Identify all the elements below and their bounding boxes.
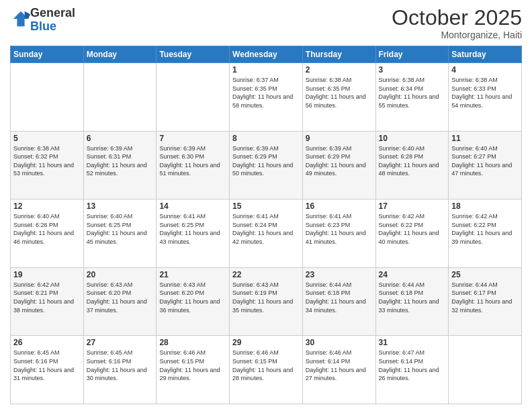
calendar-cell: 4Sunrise: 6:38 AM Sunset: 6:33 PM Daylig… [449, 63, 522, 132]
day-number: 8 [232, 134, 300, 143]
day-info: Sunrise: 6:44 AM Sunset: 6:17 PM Dayligh… [451, 281, 519, 314]
page: General Blue October 2025 Montorganize, … [0, 0, 532, 411]
day-info: Sunrise: 6:42 AM Sunset: 6:22 PM Dayligh… [451, 212, 519, 246]
day-info: Sunrise: 6:40 AM Sunset: 6:25 PM Dayligh… [87, 212, 154, 246]
day-number: 15 [232, 201, 300, 211]
calendar-cell [449, 336, 522, 404]
col-wednesday: Wednesday [230, 46, 303, 63]
day-number: 7 [159, 134, 226, 143]
col-tuesday: Tuesday [157, 46, 230, 63]
day-number: 20 [87, 270, 154, 279]
day-info: Sunrise: 6:42 AM Sunset: 6:21 PM Dayligh… [13, 281, 81, 314]
day-number: 30 [306, 338, 373, 347]
day-info: Sunrise: 6:43 AM Sunset: 6:20 PM Dayligh… [87, 281, 154, 314]
calendar-week-2: 12Sunrise: 6:40 AM Sunset: 6:26 PM Dayli… [11, 199, 522, 268]
day-number: 17 [379, 201, 446, 211]
day-number: 13 [87, 201, 154, 211]
col-thursday: Thursday [302, 46, 375, 63]
day-number: 19 [13, 270, 81, 279]
calendar-week-3: 19Sunrise: 6:42 AM Sunset: 6:21 PM Dayli… [11, 267, 522, 336]
day-number: 21 [159, 270, 226, 279]
day-info: Sunrise: 6:45 AM Sunset: 6:16 PM Dayligh… [87, 349, 154, 382]
day-number: 10 [379, 134, 446, 143]
calendar-week-1: 5Sunrise: 6:38 AM Sunset: 6:32 PM Daylig… [11, 131, 522, 199]
day-info: Sunrise: 6:46 AM Sunset: 6:15 PM Dayligh… [159, 349, 226, 382]
calendar-cell: 31Sunrise: 6:47 AM Sunset: 6:14 PM Dayli… [375, 336, 449, 404]
day-info: Sunrise: 6:39 AM Sunset: 6:30 PM Dayligh… [159, 144, 226, 178]
day-info: Sunrise: 6:38 AM Sunset: 6:35 PM Dayligh… [306, 76, 373, 109]
day-number: 2 [306, 65, 373, 75]
calendar-cell: 17Sunrise: 6:42 AM Sunset: 6:22 PM Dayli… [375, 199, 449, 268]
calendar-cell: 28Sunrise: 6:46 AM Sunset: 6:15 PM Dayli… [157, 336, 230, 404]
calendar-cell: 9Sunrise: 6:39 AM Sunset: 6:29 PM Daylig… [302, 131, 375, 199]
calendar-cell: 11Sunrise: 6:40 AM Sunset: 6:27 PM Dayli… [449, 131, 522, 199]
logo: General Blue [10, 7, 75, 34]
calendar-cell: 26Sunrise: 6:45 AM Sunset: 6:16 PM Dayli… [11, 336, 84, 404]
logo-icon [11, 9, 30, 28]
day-number: 14 [159, 201, 226, 211]
day-number: 29 [232, 338, 300, 347]
calendar-cell: 10Sunrise: 6:40 AM Sunset: 6:28 PM Dayli… [375, 131, 449, 199]
calendar-body: 1Sunrise: 6:37 AM Sunset: 6:35 PM Daylig… [11, 63, 522, 404]
location: Montorganize, Haiti [392, 30, 522, 40]
days-of-week-row: Sunday Monday Tuesday Wednesday Thursday… [11, 46, 522, 63]
calendar-cell: 19Sunrise: 6:42 AM Sunset: 6:21 PM Dayli… [11, 267, 84, 336]
calendar-cell: 3Sunrise: 6:38 AM Sunset: 6:34 PM Daylig… [375, 63, 449, 132]
calendar-cell: 8Sunrise: 6:39 AM Sunset: 6:29 PM Daylig… [230, 131, 303, 199]
day-number: 9 [306, 134, 373, 143]
day-number: 12 [13, 201, 81, 211]
day-number: 1 [232, 65, 300, 75]
col-sunday: Sunday [11, 46, 84, 63]
day-info: Sunrise: 6:38 AM Sunset: 6:34 PM Dayligh… [379, 76, 446, 109]
calendar-week-0: 1Sunrise: 6:37 AM Sunset: 6:35 PM Daylig… [11, 63, 522, 132]
day-number: 5 [13, 134, 81, 143]
day-number: 24 [379, 270, 446, 279]
calendar-cell: 29Sunrise: 6:46 AM Sunset: 6:15 PM Dayli… [230, 336, 303, 404]
day-number: 27 [87, 338, 154, 347]
header: General Blue October 2025 Montorganize, … [10, 7, 522, 40]
day-number: 16 [306, 201, 373, 211]
day-number: 22 [232, 270, 300, 279]
day-info: Sunrise: 6:40 AM Sunset: 6:28 PM Dayligh… [379, 144, 446, 178]
day-info: Sunrise: 6:46 AM Sunset: 6:14 PM Dayligh… [306, 349, 373, 382]
calendar-cell [11, 63, 84, 132]
calendar-cell: 24Sunrise: 6:44 AM Sunset: 6:18 PM Dayli… [375, 267, 449, 336]
col-friday: Friday [375, 46, 449, 63]
day-info: Sunrise: 6:41 AM Sunset: 6:25 PM Dayligh… [159, 212, 226, 246]
day-number: 31 [379, 338, 446, 347]
day-info: Sunrise: 6:45 AM Sunset: 6:16 PM Dayligh… [13, 349, 81, 382]
day-info: Sunrise: 6:44 AM Sunset: 6:18 PM Dayligh… [379, 281, 446, 314]
logo-general: General [30, 7, 75, 20]
day-info: Sunrise: 6:41 AM Sunset: 6:24 PM Dayligh… [232, 212, 300, 246]
col-monday: Monday [83, 46, 157, 63]
day-info: Sunrise: 6:46 AM Sunset: 6:15 PM Dayligh… [232, 349, 300, 382]
calendar-cell: 13Sunrise: 6:40 AM Sunset: 6:25 PM Dayli… [83, 199, 157, 268]
col-saturday: Saturday [449, 46, 522, 63]
day-info: Sunrise: 6:47 AM Sunset: 6:14 PM Dayligh… [379, 349, 446, 382]
calendar-cell: 1Sunrise: 6:37 AM Sunset: 6:35 PM Daylig… [230, 63, 303, 132]
logo-blue: Blue [30, 20, 75, 34]
calendar-cell: 5Sunrise: 6:38 AM Sunset: 6:32 PM Daylig… [11, 131, 84, 199]
day-info: Sunrise: 6:38 AM Sunset: 6:33 PM Dayligh… [451, 76, 519, 109]
day-number: 6 [87, 134, 154, 143]
day-info: Sunrise: 6:44 AM Sunset: 6:18 PM Dayligh… [306, 281, 373, 314]
calendar-cell: 15Sunrise: 6:41 AM Sunset: 6:24 PM Dayli… [230, 199, 303, 268]
calendar-cell [83, 63, 157, 132]
calendar-week-4: 26Sunrise: 6:45 AM Sunset: 6:16 PM Dayli… [11, 336, 522, 404]
calendar-cell: 7Sunrise: 6:39 AM Sunset: 6:30 PM Daylig… [157, 131, 230, 199]
day-info: Sunrise: 6:37 AM Sunset: 6:35 PM Dayligh… [232, 76, 300, 109]
day-number: 18 [451, 201, 519, 211]
calendar-cell: 12Sunrise: 6:40 AM Sunset: 6:26 PM Dayli… [11, 199, 84, 268]
month-title: October 2025 [392, 7, 522, 28]
calendar-cell [157, 63, 230, 132]
day-info: Sunrise: 6:42 AM Sunset: 6:22 PM Dayligh… [379, 212, 446, 246]
calendar-cell: 25Sunrise: 6:44 AM Sunset: 6:17 PM Dayli… [449, 267, 522, 336]
day-info: Sunrise: 6:40 AM Sunset: 6:27 PM Dayligh… [451, 144, 519, 178]
day-info: Sunrise: 6:40 AM Sunset: 6:26 PM Dayligh… [13, 212, 81, 246]
calendar-cell: 27Sunrise: 6:45 AM Sunset: 6:16 PM Dayli… [83, 336, 157, 404]
day-number: 4 [451, 65, 519, 75]
day-info: Sunrise: 6:38 AM Sunset: 6:32 PM Dayligh… [13, 144, 81, 178]
calendar: Sunday Monday Tuesday Wednesday Thursday… [10, 46, 522, 404]
day-info: Sunrise: 6:43 AM Sunset: 6:20 PM Dayligh… [159, 281, 226, 314]
day-info: Sunrise: 6:39 AM Sunset: 6:31 PM Dayligh… [87, 144, 154, 178]
